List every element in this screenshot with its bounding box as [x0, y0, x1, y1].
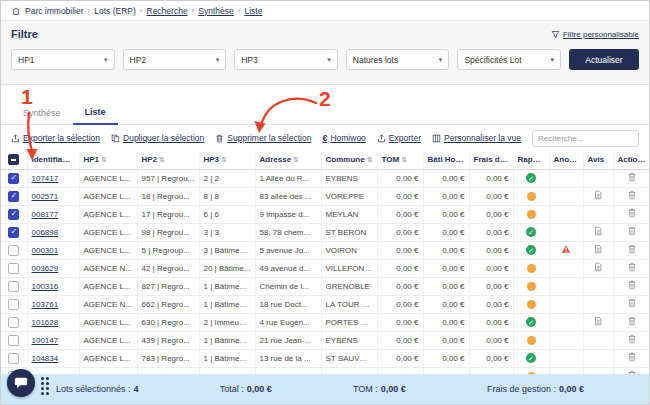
column-header-actions[interactable]: Actions: [613, 151, 649, 169]
filter-header: Filtre Filtre personnalisable: [11, 28, 639, 40]
document-icon[interactable]: [593, 262, 603, 272]
filter-panel: Filtre Filtre personnalisable HP1▾HP2▾HP…: [1, 21, 649, 85]
hp2-cell: 18 | Regrou...: [137, 187, 199, 205]
table-body: 107417AGENCE L...957 | Regrou...2 | 21 A…: [1, 169, 649, 385]
filter-select-hp2[interactable]: HP2▾: [123, 49, 227, 70]
home-icon[interactable]: [11, 6, 21, 16]
column-header-frais[interactable]: Frais de G...⇅: [469, 151, 513, 169]
column-header-id[interactable]: Identifian...⇅: [27, 151, 79, 169]
anomalie-cell: [549, 259, 583, 277]
duplicate-selection-button-label: Dupliquer la sélection: [123, 133, 204, 143]
filter-select-specificites-lot[interactable]: Spécificités Lot▾: [457, 49, 561, 70]
drag-handle-icon[interactable]: [41, 377, 49, 395]
filter-select-natures-lots[interactable]: Natures lots▾: [346, 49, 450, 70]
row-checkbox[interactable]: [8, 209, 19, 220]
document-icon[interactable]: [593, 244, 603, 254]
hp3-cell: 2 | 2: [199, 169, 255, 187]
column-header-adresse[interactable]: Adresse⇅: [255, 151, 321, 169]
identifiant-link[interactable]: 101628: [32, 318, 59, 327]
breadcrumb-separator: ›: [140, 6, 143, 15]
delete-row-icon[interactable]: [627, 352, 637, 362]
hp3-cell: 2 | Immeubl...: [199, 313, 255, 331]
row-checkbox[interactable]: [8, 335, 19, 346]
row-checkbox[interactable]: [8, 317, 19, 328]
identifiant-link[interactable]: 006898: [32, 228, 59, 237]
identifiant-link[interactable]: 107417: [32, 174, 59, 183]
select-value: HP2: [130, 55, 147, 65]
delete-row-icon[interactable]: [627, 280, 637, 290]
identifiant-link[interactable]: 100316: [32, 282, 59, 291]
column-header-avis[interactable]: Avis: [583, 151, 613, 169]
duplicate-selection-button[interactable]: Dupliquer la sélection: [111, 133, 204, 143]
custom-filter-link[interactable]: Filtre personnalisable: [551, 30, 639, 39]
column-header-hp2[interactable]: HP2⇅: [137, 151, 199, 169]
identifiant-link[interactable]: 104834: [32, 354, 59, 363]
column-header-rappr[interactable]: Rappr...⇅: [513, 151, 549, 169]
export-button[interactable]: Exporter: [377, 133, 421, 143]
adresse-cell: Chemin de l...: [255, 277, 321, 295]
document-icon[interactable]: [593, 226, 603, 236]
filter-select-hp1[interactable]: HP1▾: [11, 49, 115, 70]
select-value: Spécificités Lot: [464, 55, 521, 65]
select-all-checkbox[interactable]: [8, 154, 19, 165]
tab-synthese[interactable]: Synthèse: [11, 108, 73, 124]
column-header-hp1[interactable]: HP1⇅: [79, 151, 137, 169]
customize-view-button[interactable]: Personnaliser la vue: [432, 133, 521, 143]
table-row: 000301AGENCE L...5 | Regroup...3 | Bâtim…: [1, 241, 649, 259]
tab-liste[interactable]: Liste: [73, 107, 118, 125]
column-header-tom[interactable]: TOM⇅: [377, 151, 423, 169]
search-input[interactable]: [538, 134, 633, 143]
identifiant-link[interactable]: 002571: [32, 192, 59, 201]
summary-bar: Lots sélectionnés :4 Total :0,00 € TOM :…: [1, 374, 649, 404]
tom-cell: 0,00 €: [377, 331, 423, 349]
delete-row-icon[interactable]: [627, 208, 637, 218]
delete-row-icon[interactable]: [627, 262, 637, 272]
row-checkbox[interactable]: [8, 281, 19, 292]
tom-label: TOM :: [353, 384, 378, 394]
breadcrumb-item-synthese[interactable]: Synthèse: [198, 6, 233, 16]
column-header-anom[interactable]: Anom...: [549, 151, 583, 169]
row-checkbox[interactable]: [8, 173, 19, 184]
delete-row-icon[interactable]: [627, 244, 637, 254]
breadcrumb-item-liste[interactable]: Liste: [244, 6, 262, 16]
column-header-commune[interactable]: Commune⇅: [321, 151, 377, 169]
delete-selection-button[interactable]: Supprimer la sélection: [215, 133, 311, 143]
identifiant-link[interactable]: 008177: [32, 210, 59, 219]
identifiant-link[interactable]: 103761: [32, 300, 59, 309]
chat-button[interactable]: [7, 369, 35, 397]
homiwoo-button[interactable]: €Homiwoo: [322, 133, 365, 143]
identifiant-cell: 000301: [27, 241, 79, 259]
breadcrumb-item-recherche[interactable]: Recherche: [147, 6, 188, 16]
delete-row-icon[interactable]: [627, 298, 637, 308]
selected-count-value: 4: [134, 384, 139, 394]
customize-view-button-label: Personnaliser la vue: [444, 133, 521, 143]
document-icon[interactable]: [593, 190, 603, 200]
hp1-cell: AGENCE L...: [79, 331, 137, 349]
filter-select-hp3[interactable]: HP3▾: [234, 49, 338, 70]
identifiant-link[interactable]: 003629: [32, 264, 59, 273]
row-checkbox[interactable]: [8, 227, 19, 238]
delete-row-icon[interactable]: [627, 334, 637, 344]
column-label-anom: Anom...: [554, 155, 583, 164]
row-checkbox[interactable]: [8, 191, 19, 202]
identifiant-link[interactable]: 000301: [32, 246, 59, 255]
row-checkbox[interactable]: [8, 299, 19, 310]
row-checkbox[interactable]: [8, 263, 19, 274]
refresh-button[interactable]: Actualiser: [569, 49, 639, 70]
row-checkbox[interactable]: [8, 353, 19, 364]
avis-cell: [583, 223, 613, 241]
column-header-bati[interactable]: Bâti Hors ...⇅: [423, 151, 469, 169]
identifiant-link[interactable]: 100147: [32, 336, 59, 345]
annotation-step-1: 1: [21, 85, 33, 109]
document-icon[interactable]: [593, 316, 603, 326]
delete-row-icon[interactable]: [627, 316, 637, 326]
delete-row-icon[interactable]: [627, 226, 637, 236]
breadcrumb-items: Parc immobilier›Lots (ERP)›Recherche›Syn…: [25, 6, 262, 16]
delete-row-icon[interactable]: [627, 190, 637, 200]
column-label-avis: Avis: [588, 155, 605, 164]
row-checkbox[interactable]: [8, 245, 19, 256]
breadcrumb-item-lots-erp: Lots (ERP): [94, 6, 136, 16]
column-header-hp3[interactable]: HP3⇅: [199, 151, 255, 169]
export-selection-button[interactable]: Exporter la sélection: [11, 133, 100, 143]
delete-row-icon[interactable]: [627, 172, 637, 182]
